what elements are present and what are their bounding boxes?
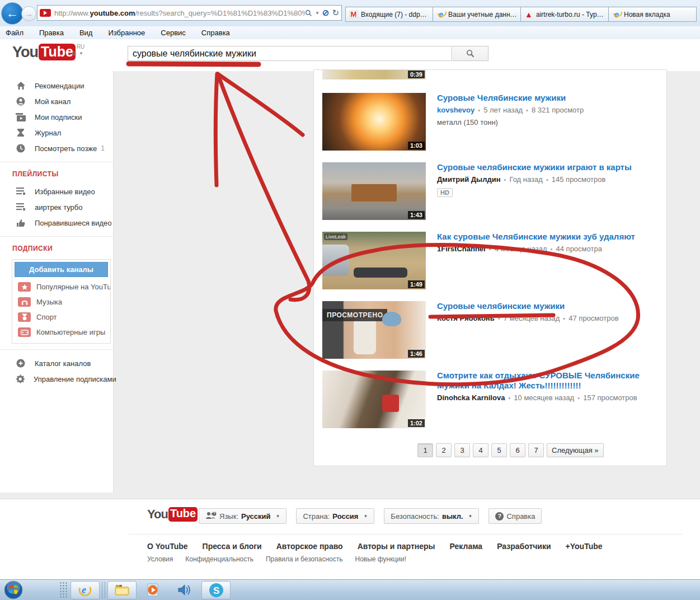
channel-item[interactable]: Спорт: [12, 310, 110, 325]
hamburger-icon: ≡: [72, 48, 77, 58]
footer-button-label: Безопасность:: [391, 512, 439, 521]
video-title-link[interactable]: Суровые Челябинские мужики: [437, 93, 566, 103]
footer-divider: [129, 534, 683, 535]
start-button[interactable]: [0, 580, 27, 600]
page-button-5[interactable]: 5: [491, 443, 507, 457]
footer-link[interactable]: Реклама: [450, 542, 483, 551]
menu-item-Избранное[interactable]: Избранное: [100, 29, 153, 37]
sidebar-item[interactable]: Журнал: [0, 125, 113, 140]
sidebar-item-label: Каталог каналов: [35, 359, 91, 368]
footer-link[interactable]: Пресса и блоги: [203, 542, 262, 551]
menu-item-Правка[interactable]: Правка: [31, 29, 72, 37]
footer-link[interactable]: Условия: [147, 555, 173, 563]
footer-link[interactable]: +YouTube: [566, 542, 603, 551]
page-footer: You Tube ?Язык:Русский▼Страна:Россия▼Без…: [0, 499, 700, 579]
video-title-link[interactable]: Суровые челябинские мужики играют в карт…: [437, 162, 632, 172]
footer-link[interactable]: Авторы и партнеры: [358, 542, 435, 551]
video-thumbnail[interactable]: ПРОСМОТРЕНО1:46: [322, 301, 426, 359]
channel-link[interactable]: 1FirstChannel: [437, 245, 486, 253]
sidebar-playlist-item[interactable]: Понравившиеся видео: [0, 215, 113, 231]
refresh-icon[interactable]: ↻: [332, 8, 339, 18]
footer-youtube-logo[interactable]: You Tube: [147, 507, 198, 522]
search-icon[interactable]: [305, 10, 312, 17]
footer-link[interactable]: Авторское право: [276, 542, 343, 551]
page-button-7[interactable]: 7: [528, 443, 544, 457]
video-thumbnail[interactable]: LiveLeak1:49: [322, 232, 426, 289]
taskbar-media-player-button[interactable]: [139, 581, 168, 599]
internet-explorer-icon: e: [439, 10, 443, 19]
page-button-2[interactable]: 2: [436, 443, 452, 457]
channel-link[interactable]: Dinohcka Karnilova: [437, 393, 505, 402]
channel-label: Музыка: [36, 298, 62, 306]
page-button-6[interactable]: 6: [510, 443, 525, 457]
partial-thumbnail[interactable]: 0:39: [322, 70, 426, 79]
taskbar-grip[interactable]: [59, 582, 67, 598]
sidebar-item-label: Управление подписками: [34, 375, 116, 383]
search-provider-caret-icon[interactable]: ▼: [315, 11, 320, 16]
browser-tab-3[interactable]: ▲airtrek-turbo.ru - Турбо...: [521, 7, 609, 22]
footer-link[interactable]: Конфиденциальность: [185, 555, 253, 563]
footer-link[interactable]: Разработчики: [497, 542, 551, 551]
channel-item[interactable]: Популярные на YouTube: [12, 279, 110, 294]
sidebar-item[interactable]: Каталог каналов: [0, 355, 113, 371]
channel-link[interactable]: Костя Рябоконь: [437, 314, 495, 322]
video-thumbnail[interactable]: 1:02: [322, 371, 426, 428]
footer-button[interactable]: ?Справка: [488, 508, 542, 524]
video-title-link[interactable]: Смотрите как отдыхают СУРОВЫЕ Челябински…: [437, 371, 664, 391]
search-input[interactable]: [128, 46, 452, 61]
channel-item[interactable]: Компьютерные игры: [12, 325, 110, 340]
guide-menu-button[interactable]: ≡ ▼: [72, 48, 88, 59]
sidebar-playlist-item[interactable]: аиртрек турбо: [0, 199, 113, 215]
taskbar-explorer-button[interactable]: [107, 581, 137, 599]
menu-item-Вид[interactable]: Вид: [72, 29, 101, 37]
page-button-4[interactable]: 4: [473, 443, 488, 457]
sidebar-item[interactable]: Мои подписки: [0, 109, 113, 125]
svg-text:?: ?: [213, 512, 215, 515]
search-result-item: 1:43Суровые челябинские мужики играют в …: [322, 162, 666, 220]
logo-tube-text: Tube: [39, 44, 76, 60]
stop-icon[interactable]: ⊘: [322, 8, 330, 18]
footer-link[interactable]: Новые функции!: [355, 555, 406, 563]
footer-button[interactable]: Страна:Россия▼: [296, 508, 374, 524]
sidebar-item[interactable]: Мой канал: [0, 93, 113, 109]
video-meta: Dinohcka Karnilova • 10 месяцев назад • …: [437, 393, 664, 402]
sidebar-item[interactable]: Управление подписками: [0, 371, 113, 387]
back-button[interactable]: ←: [1, 2, 24, 25]
page-button-1[interactable]: 1: [417, 443, 433, 457]
menu-item-Справка[interactable]: Справка: [194, 29, 238, 37]
search-button[interactable]: [453, 46, 488, 61]
sidebar-item-label: Журнал: [35, 129, 61, 137]
add-channels-button[interactable]: Добавить каналы: [15, 262, 108, 277]
sidebar-playlist-item[interactable]: Избранные видео: [0, 184, 113, 199]
browser-tab-4[interactable]: eНовая вкладка: [609, 7, 697, 22]
menu-item-Сервис[interactable]: Сервис: [153, 29, 194, 37]
url-text[interactable]: http://www.youtube.com/results?search_qu…: [54, 9, 305, 17]
browser-tab-2[interactable]: eВаши учетные данные ...: [433, 7, 521, 22]
sidebar-item[interactable]: Рекомендации: [0, 78, 113, 93]
footer-link[interactable]: Правила и безопасность: [266, 555, 343, 563]
sidebar-item-label: Мои подписки: [35, 113, 82, 121]
browser-tab-1[interactable]: MВходящие (7) - ddp@as...: [345, 7, 433, 22]
video-thumbnail[interactable]: 1:03: [322, 93, 426, 151]
user-icon: [16, 96, 26, 106]
taskbar-skype-button[interactable]: S: [201, 581, 231, 599]
taskbar-volume-button[interactable]: [170, 581, 199, 599]
address-bar[interactable]: http://www.youtube.com/results?search_qu…: [37, 5, 342, 21]
taskbar-ie-button[interactable]: e: [71, 581, 100, 599]
sidebar-item[interactable]: Посмотреть позже1: [0, 140, 113, 156]
video-thumbnail[interactable]: 1:43: [322, 162, 426, 220]
channel-link[interactable]: Дмитрий Дылдин: [437, 175, 501, 184]
video-title-link[interactable]: Как суровые Челябинские мужики зуб удаля…: [437, 232, 635, 242]
channel-item[interactable]: Музыка: [12, 294, 110, 310]
next-page-button[interactable]: Следующая »: [547, 443, 604, 457]
footer-link[interactable]: О YouTube: [147, 542, 188, 551]
channel-link[interactable]: kovshevoy: [437, 106, 475, 114]
footer-button[interactable]: Безопасность:выкл.▼: [384, 508, 479, 524]
footer-button[interactable]: ?Язык:Русский▼: [199, 508, 286, 524]
video-title-link[interactable]: Суровые челябинские мужики: [437, 301, 565, 311]
page-button-3[interactable]: 3: [454, 443, 470, 457]
forward-button[interactable]: →: [21, 6, 36, 21]
menu-item-Файл[interactable]: Файл: [0, 29, 31, 37]
results-list: 1:03Суровые Челябинские мужикиkovshevoy …: [322, 93, 666, 428]
menu-bar: ФайлПравкаВидИзбранноеСервисСправка: [0, 26, 700, 39]
